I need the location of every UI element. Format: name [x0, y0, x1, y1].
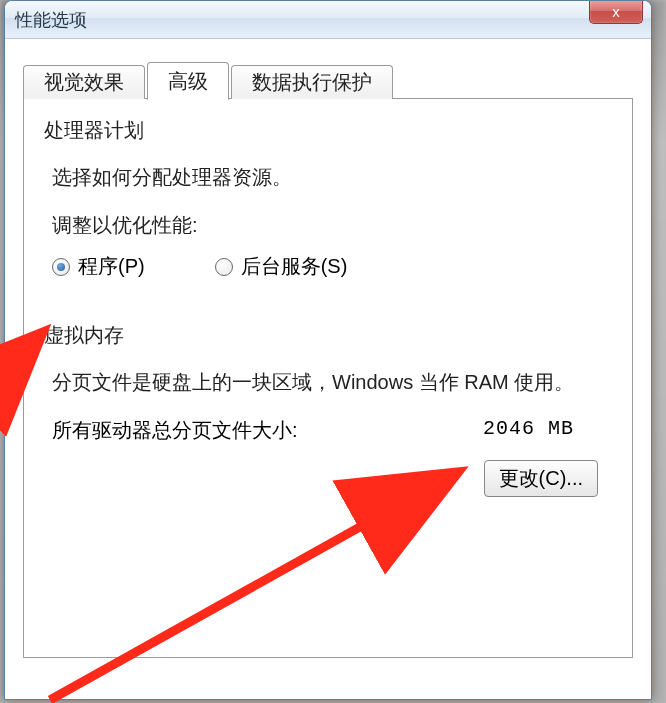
group-frame: 选择如何分配处理器资源。 调整以优化性能: 程序(P) 后台服务(S) — [46, 152, 610, 292]
button-row: 更改(C)... — [52, 460, 604, 497]
tab-strip: 视觉效果 高级 数据执行保护 — [23, 61, 633, 99]
close-icon: x — [612, 3, 620, 20]
vmem-total-label: 所有驱动器总分页文件大小: — [52, 417, 298, 444]
vmem-total-row: 所有驱动器总分页文件大小: 2046 MB — [52, 417, 604, 444]
processor-scheduling-group: 处理器计划 选择如何分配处理器资源。 调整以优化性能: 程序(P) 后台服务(S… — [46, 117, 610, 292]
tab-dep[interactable]: 数据执行保护 — [231, 65, 393, 99]
radio-label: 程序(P) — [78, 253, 145, 280]
radio-programs[interactable]: 程序(P) — [52, 253, 145, 280]
window-title: 性能选项 — [15, 8, 87, 32]
radio-background-services[interactable]: 后台服务(S) — [215, 253, 348, 280]
tab-advanced[interactable]: 高级 — [147, 62, 229, 100]
performance-options-window: 性能选项 x 视觉效果 高级 数据执行保护 处理器计划 选择如何分配处理器资源。… — [4, 0, 652, 700]
tab-label: 数据执行保护 — [252, 69, 372, 96]
processor-desc: 选择如何分配处理器资源。 — [52, 162, 604, 192]
virtual-memory-group: 虚拟内存 分页文件是硬盘上的一块区域，Windows 当作 RAM 使用。 所有… — [46, 322, 610, 509]
vmem-total-value: 2046 MB — [483, 417, 604, 444]
titlebar[interactable]: 性能选项 x — [5, 1, 651, 39]
group-title-vmem: 虚拟内存 — [40, 322, 128, 349]
group-title-processor: 处理器计划 — [40, 117, 148, 144]
change-button[interactable]: 更改(C)... — [484, 460, 598, 497]
tab-label: 高级 — [168, 68, 208, 95]
radio-icon — [215, 258, 233, 276]
radio-row: 程序(P) 后台服务(S) — [52, 253, 604, 280]
tab-label: 视觉效果 — [44, 69, 124, 96]
radio-icon — [52, 258, 70, 276]
radio-label: 后台服务(S) — [241, 253, 348, 280]
group-frame: 分页文件是硬盘上的一块区域，Windows 当作 RAM 使用。 所有驱动器总分… — [46, 357, 610, 509]
close-button[interactable]: x — [589, 0, 643, 24]
tab-panel-advanced: 处理器计划 选择如何分配处理器资源。 调整以优化性能: 程序(P) 后台服务(S… — [23, 98, 633, 658]
button-label: 更改(C)... — [499, 467, 583, 489]
tab-visual-effects[interactable]: 视觉效果 — [23, 65, 145, 99]
adjust-label: 调整以优化性能: — [52, 212, 604, 239]
window-content: 视觉效果 高级 数据执行保护 处理器计划 选择如何分配处理器资源。 调整以优化性… — [5, 39, 651, 699]
vmem-desc: 分页文件是硬盘上的一块区域，Windows 当作 RAM 使用。 — [52, 367, 604, 397]
